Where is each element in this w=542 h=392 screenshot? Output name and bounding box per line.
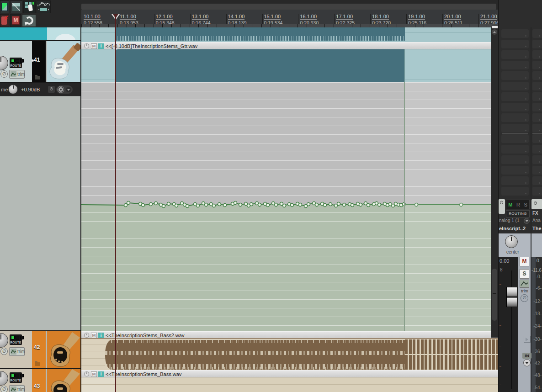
fx-slot[interactable] bbox=[501, 29, 529, 38]
volume-fader-handle[interactable] bbox=[506, 287, 517, 307]
undo-icon[interactable] bbox=[22, 14, 36, 27]
horizontal-scrollbar[interactable] bbox=[81, 4, 496, 10]
input-monitor-dropdown-icon[interactable] bbox=[523, 359, 531, 366]
track42-route-button[interactable]: ROUTE bbox=[10, 334, 22, 345]
folder-icon[interactable] bbox=[35, 76, 40, 79]
envelope-point[interactable] bbox=[223, 204, 227, 207]
fx-slot[interactable] bbox=[532, 113, 542, 122]
track41-volume-knob[interactable] bbox=[0, 56, 8, 70]
track41-route-button[interactable]: ROUTE bbox=[10, 58, 22, 68]
fx-slot[interactable] bbox=[532, 61, 542, 69]
input-selector-2[interactable]: Ana bbox=[532, 218, 541, 223]
item-mute-button[interactable]: M bbox=[91, 333, 97, 338]
routing-button[interactable]: ROUTING bbox=[506, 210, 530, 217]
tcp-arrange-divider[interactable] bbox=[80, 27, 81, 392]
fx-slot[interactable] bbox=[532, 155, 542, 164]
fx-power-button-2[interactable] bbox=[531, 199, 542, 209]
volume-readout-2[interactable]: 0. bbox=[537, 258, 541, 263]
envelope-point[interactable] bbox=[205, 203, 208, 207]
track43-color-strip[interactable]: 43 bbox=[32, 369, 46, 392]
envelope-point[interactable] bbox=[167, 202, 170, 206]
input-monitor-button[interactable]: IN bbox=[522, 353, 531, 359]
fx-slot[interactable] bbox=[501, 71, 529, 80]
fx-slot[interactable] bbox=[532, 71, 542, 80]
mixer-track-name-2[interactable]: The bbox=[532, 226, 542, 231]
mixer-record-button[interactable]: R bbox=[516, 202, 520, 207]
track42-volume-knob[interactable] bbox=[0, 333, 8, 348]
record-monitor-icon[interactable] bbox=[524, 336, 531, 343]
track41-color-strip[interactable]: 41 bbox=[32, 41, 46, 82]
fx-slot[interactable] bbox=[532, 103, 542, 111]
vertical-scrollbar[interactable] bbox=[491, 27, 498, 338]
fx-slot[interactable] bbox=[501, 82, 529, 90]
item-mute-button[interactable]: M bbox=[91, 371, 97, 377]
item-info-button[interactable]: i bbox=[98, 333, 104, 338]
envelope-point[interactable] bbox=[175, 204, 178, 207]
envelope-point[interactable] bbox=[307, 203, 310, 206]
fx-slot[interactable] bbox=[532, 82, 542, 90]
bass-item-body[interactable] bbox=[81, 377, 498, 392]
item-properties-icon[interactable] bbox=[84, 333, 89, 338]
scroll-up-arrow-icon[interactable] bbox=[492, 29, 497, 35]
fx-slot[interactable] bbox=[532, 124, 542, 132]
track42-color-strip[interactable]: 42 bbox=[32, 331, 46, 368]
track43-panel[interactable]: ROUTE ∅ trim bbox=[0, 369, 32, 392]
envelope-point[interactable] bbox=[329, 203, 332, 206]
envelope-point[interactable] bbox=[154, 202, 158, 205]
fx-slot[interactable] bbox=[532, 134, 542, 143]
fx-slot[interactable] bbox=[501, 103, 529, 111]
fx-slot[interactable] bbox=[501, 124, 529, 132]
fx-slot[interactable] bbox=[501, 166, 529, 175]
track42-phase-button[interactable]: ∅ bbox=[0, 348, 8, 355]
envelope-point[interactable] bbox=[218, 203, 221, 206]
fx-slot[interactable] bbox=[501, 176, 529, 185]
fx-slot[interactable] bbox=[501, 40, 529, 48]
mixer-strip-solo-button[interactable]: S bbox=[520, 269, 529, 279]
envelope-point[interactable] bbox=[283, 204, 286, 207]
fx-slot[interactable] bbox=[532, 145, 542, 154]
fx-slot[interactable] bbox=[532, 29, 542, 38]
item-edit-grid-icon[interactable] bbox=[23, 0, 36, 13]
envelope-point[interactable] bbox=[367, 204, 370, 207]
envelope-point[interactable] bbox=[299, 203, 302, 207]
envelope-point[interactable] bbox=[315, 203, 319, 207]
bass-item-header[interactable]: M i <<TheInscriptionStems_Bass.wav bbox=[81, 370, 498, 377]
envelope-point[interactable] bbox=[275, 203, 278, 207]
input-dropdown-icon[interactable] bbox=[524, 218, 530, 224]
envelope-points-icon[interactable] bbox=[37, 0, 51, 13]
fx-slot[interactable] bbox=[501, 113, 529, 122]
envelope-point[interactable] bbox=[186, 205, 189, 208]
envelope-point[interactable] bbox=[162, 205, 165, 208]
envelope-point[interactable] bbox=[127, 201, 130, 205]
track41-phase-button[interactable]: ∅ bbox=[0, 70, 8, 78]
mixer-mute-button[interactable]: M bbox=[508, 202, 512, 207]
envelope-point[interactable] bbox=[258, 203, 261, 207]
gtr-item-header[interactable]: M i <<[-0.10dB]TheInscriptionStems_Gtr.w… bbox=[81, 42, 491, 49]
mixer-phase-button[interactable]: ∅ bbox=[521, 294, 528, 302]
envelope-point[interactable] bbox=[197, 204, 200, 207]
fx-slot[interactable] bbox=[532, 40, 542, 48]
fx-slot[interactable] bbox=[501, 61, 529, 69]
envelope-point[interactable] bbox=[337, 202, 340, 206]
scrollbar-thumb[interactable] bbox=[492, 269, 497, 321]
envelope-point[interactable] bbox=[291, 204, 294, 207]
envelope-point[interactable] bbox=[266, 204, 270, 207]
bass2-item-body[interactable] bbox=[81, 339, 498, 370]
envelope-point[interactable] bbox=[378, 203, 381, 207]
envelope-point[interactable] bbox=[234, 201, 237, 205]
volume-envelope-row[interactable]: me +0.90dB bbox=[0, 83, 81, 96]
item-info-button[interactable]: i bbox=[98, 371, 104, 377]
track43-volume-knob[interactable] bbox=[0, 371, 8, 386]
envelope-point[interactable] bbox=[359, 203, 362, 207]
edit-cursor-line[interactable] bbox=[115, 14, 116, 392]
fx-slot[interactable] bbox=[532, 92, 542, 101]
envelope-point[interactable] bbox=[213, 204, 216, 207]
item-info-button[interactable]: i bbox=[98, 43, 104, 49]
fx-slot[interactable] bbox=[501, 134, 529, 143]
mute-icon[interactable]: M bbox=[10, 14, 21, 27]
item-mute-button[interactable]: M bbox=[91, 43, 97, 49]
pan-knob[interactable] bbox=[505, 235, 518, 248]
fx-slot[interactable] bbox=[532, 176, 542, 185]
item-properties-icon[interactable] bbox=[84, 371, 89, 376]
envelope-point[interactable] bbox=[324, 204, 327, 207]
